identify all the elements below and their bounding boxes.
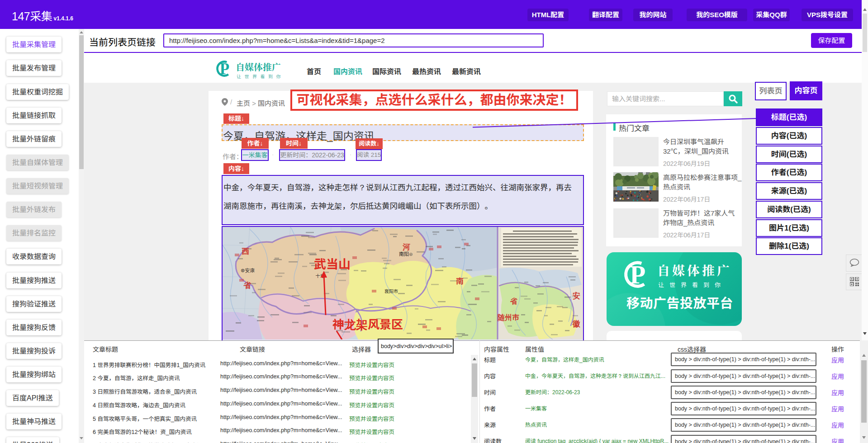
svg-text:河: 河 xyxy=(402,243,410,251)
svg-text:P: P xyxy=(220,60,229,77)
svg-text:武当山: 武当山 xyxy=(314,258,351,271)
svg-text:⊛安康: ⊛安康 xyxy=(241,268,255,273)
svg-text:襄阳市: 襄阳市 xyxy=(384,289,398,294)
svg-text:省: 省 xyxy=(510,297,517,305)
svg-text:神龙架风景区: 神龙架风景区 xyxy=(332,318,403,331)
svg-text:P: P xyxy=(630,260,646,289)
svg-text:随州市: 随州市 xyxy=(498,314,519,321)
svg-text:南阳⊙: 南阳⊙ xyxy=(399,251,413,257)
svg-text:南: 南 xyxy=(456,277,464,286)
svg-text:省: 省 xyxy=(243,281,251,290)
svg-text:西: 西 xyxy=(242,247,249,256)
svg-text:徽: 徽 xyxy=(572,320,580,328)
svg-text:安: 安 xyxy=(573,292,580,300)
